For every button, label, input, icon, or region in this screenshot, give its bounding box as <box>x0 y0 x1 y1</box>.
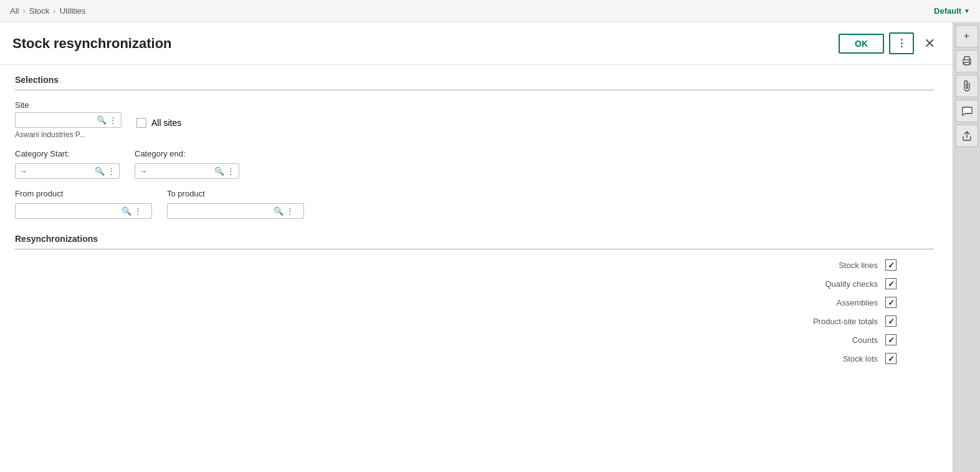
chevron-down-icon: ▼ <box>964 7 970 14</box>
checkbox-stock-lots[interactable] <box>885 353 897 364</box>
category-end-label: Category end: <box>135 149 239 158</box>
more-options-icon[interactable]: ⋮ <box>107 166 115 176</box>
more-options-icon[interactable]: ⋮ <box>134 206 142 216</box>
ok-button[interactable]: OK <box>839 34 884 54</box>
check-label: Product-site totals <box>778 317 878 326</box>
breadcrumb: All › Stock › Utilities <box>10 6 86 16</box>
category-end-field: Category end: → 🔍 ⋮ <box>135 149 239 179</box>
site-input-wrapper: A1001 🔍 ⋮ <box>15 112 121 128</box>
from-product-field: From product 🔍 ⋮ <box>15 189 152 219</box>
search-icon[interactable]: 🔍 <box>214 166 224 176</box>
check-label: Quality checks <box>778 279 878 289</box>
category-start-input-wrapper: → 🔍 ⋮ <box>15 163 120 179</box>
to-product-input[interactable] <box>171 206 271 216</box>
category-end-input[interactable] <box>150 166 212 176</box>
header-actions: OK ⋮ ✕ <box>839 32 940 54</box>
from-product-label: From product <box>15 189 152 198</box>
to-product-label: To product <box>167 189 304 198</box>
check-row: Quality checks <box>15 278 934 289</box>
resync-title: Resynchronizations <box>15 234 934 244</box>
checkbox-quality-checks[interactable] <box>885 278 897 289</box>
share-button[interactable] <box>956 125 978 147</box>
from-product-input-wrapper: 🔍 ⋮ <box>15 203 152 219</box>
all-sites-checkbox[interactable] <box>136 118 146 128</box>
breadcrumb-default[interactable]: Default ▼ <box>934 6 970 16</box>
checkbox-stock-lines[interactable] <box>885 259 897 271</box>
checkbox-assemblies[interactable] <box>885 297 897 308</box>
breadcrumb-utilities[interactable]: Utilities <box>60 6 86 16</box>
search-icon[interactable]: 🔍 <box>274 206 283 216</box>
checkbox-product-site-totals[interactable] <box>885 315 897 327</box>
site-label: Site <box>15 100 121 110</box>
check-row: Product-site totals <box>15 315 934 327</box>
site-input[interactable]: A1001 <box>19 115 94 125</box>
svg-rect-2 <box>964 62 969 65</box>
to-product-field: To product 🔍 ⋮ <box>167 189 304 219</box>
from-product-input[interactable] <box>19 206 119 216</box>
category-start-label: Category Start: <box>15 149 120 158</box>
check-label: Counts <box>778 335 878 345</box>
category-end-input-wrapper: → 🔍 ⋮ <box>135 163 239 179</box>
right-sidebar: + <box>953 22 980 472</box>
close-button[interactable]: ✕ <box>919 33 940 54</box>
check-row: Counts <box>15 334 934 345</box>
category-start-input[interactable] <box>30 166 92 176</box>
breadcrumb-all[interactable]: All <box>10 6 19 16</box>
checkbox-counts[interactable] <box>885 334 897 345</box>
all-sites-label: All sites <box>151 118 181 128</box>
svg-point-3 <box>969 60 970 62</box>
svg-rect-1 <box>964 57 969 60</box>
search-icon[interactable]: 🔍 <box>95 166 105 176</box>
comment-button[interactable] <box>956 100 978 122</box>
arrow-icon: → <box>139 166 147 176</box>
check-row: Stock lots <box>15 353 934 364</box>
selections-title: Selections <box>15 75 934 85</box>
more-button[interactable]: ⋮ <box>889 32 914 54</box>
check-row: Assemblies <box>15 297 934 308</box>
all-sites-row: All sites <box>136 118 181 128</box>
breadcrumb-bar: All › Stock › Utilities Default ▼ <box>0 0 980 22</box>
product-row: From product 🔍 ⋮ To product 🔍 <box>15 189 934 219</box>
check-label: Assemblies <box>778 298 878 307</box>
to-product-input-wrapper: 🔍 ⋮ <box>167 203 304 219</box>
breadcrumb-stock[interactable]: Stock <box>29 6 50 16</box>
site-description: Aswani industries P... <box>15 130 121 139</box>
check-row: Stock lines <box>15 259 934 271</box>
print-button[interactable] <box>956 50 978 72</box>
category-row: Category Start: → 🔍 ⋮ Category end: <box>15 149 934 179</box>
arrow-icon: → <box>19 166 27 176</box>
dialog-body: Selections Site A1001 🔍 ⋮ Aswani industr… <box>0 65 953 472</box>
site-field: Site A1001 🔍 ⋮ Aswani industries P... <box>15 100 121 139</box>
search-icon[interactable]: 🔍 <box>97 115 107 125</box>
more-options-icon[interactable]: ⋮ <box>109 115 117 125</box>
selections-section: Selections Site A1001 🔍 ⋮ Aswani industr… <box>15 75 934 219</box>
more-options-icon[interactable]: ⋮ <box>286 206 294 216</box>
page-title: Stock resynchronization <box>12 36 172 52</box>
attachment-button[interactable] <box>956 75 978 97</box>
search-icon[interactable]: 🔍 <box>121 206 131 216</box>
more-options-icon[interactable]: ⋮ <box>227 166 235 176</box>
plus-button[interactable]: + <box>956 25 978 47</box>
category-start-field: Category Start: → 🔍 ⋮ <box>15 149 120 179</box>
dialog-header: Stock resynchronization OK ⋮ ✕ <box>0 22 953 65</box>
check-label: Stock lines <box>778 261 878 270</box>
check-label: Stock lots <box>778 354 878 364</box>
resync-section: Resynchronizations Stock linesQuality ch… <box>15 234 934 364</box>
